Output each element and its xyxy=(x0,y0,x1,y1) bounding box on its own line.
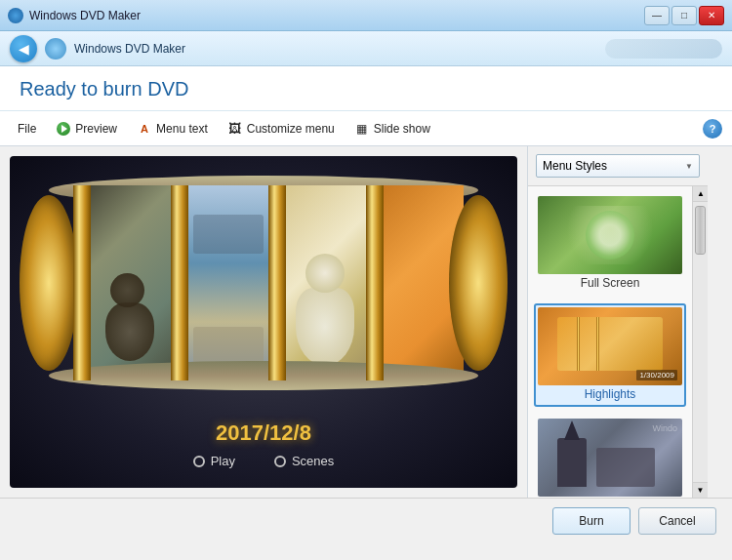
back-button[interactable]: ◀ xyxy=(10,35,37,62)
burn-button[interactable]: Burn xyxy=(552,507,630,535)
barrel-left xyxy=(20,195,78,371)
title-controls: — □ ✕ xyxy=(644,6,724,25)
dropdown-arrow-icon: ▼ xyxy=(685,162,693,171)
gold-strip-3 xyxy=(268,185,286,380)
app-icon xyxy=(8,8,23,23)
scenes-radio[interactable] xyxy=(274,456,286,467)
dvd-date: 2017/12/8 xyxy=(216,420,311,446)
title-left: Windows DVD Maker xyxy=(8,8,141,23)
dvd-icon xyxy=(45,38,66,60)
scrollbar-thumb[interactable] xyxy=(695,206,706,255)
style-thumbnail-highlights: 1/30/2009 xyxy=(538,307,682,385)
style-item-full-screen[interactable]: Full Screen xyxy=(534,192,686,296)
header-bar: Ready to burn DVD xyxy=(0,66,732,111)
styles-dropdown-bar: Menu Styles ▼ xyxy=(528,146,708,186)
play-control[interactable]: Play xyxy=(193,454,235,468)
preview-label: Preview xyxy=(75,122,117,136)
styles-list: Full Screen 1/30/2009 Highlights xyxy=(528,186,692,498)
scenes-label: Scenes xyxy=(292,454,334,468)
style-thumbnail-full-screen xyxy=(538,196,682,274)
styles-list-container: Full Screen 1/30/2009 Highlights xyxy=(528,186,708,498)
scenes-control[interactable]: Scenes xyxy=(274,454,334,468)
play-radio[interactable] xyxy=(193,456,205,467)
title-bar: Windows DVD Maker — □ ✕ xyxy=(0,0,732,31)
preview-button[interactable]: Preview xyxy=(48,118,125,140)
dvd-preview: 2017/12/8 Play Scenes xyxy=(10,156,517,488)
slideshow-icon: ▦ xyxy=(354,121,370,137)
gold-strip-1 xyxy=(73,185,91,380)
minimize-button[interactable]: — xyxy=(644,6,670,25)
app-title: Windows DVD Maker xyxy=(29,9,141,22)
barrel-container xyxy=(10,176,517,390)
styles-panel: Menu Styles ▼ Full Screen xyxy=(527,146,708,498)
styles-dropdown-label: Menu Styles xyxy=(543,159,607,173)
preview-area: 2017/12/8 Play Scenes xyxy=(0,146,527,498)
photo-panel-seal xyxy=(91,185,171,380)
cancel-button[interactable]: Cancel xyxy=(638,507,716,535)
maximize-button[interactable]: □ xyxy=(671,6,697,25)
customize-label: Customize menu xyxy=(247,122,335,136)
footer: Burn Cancel xyxy=(0,498,732,542)
slideshow-button[interactable]: ▦ Slide show xyxy=(346,118,438,140)
page-title: Ready to burn DVD xyxy=(20,78,712,100)
style-item-highlights[interactable]: 1/30/2009 Highlights xyxy=(534,303,686,407)
styles-dropdown[interactable]: Menu Styles ▼ xyxy=(536,154,700,178)
file-label: File xyxy=(18,122,36,136)
file-menu[interactable]: File xyxy=(10,119,44,139)
barrel xyxy=(20,185,508,380)
highlights-date-overlay: 1/30/2009 xyxy=(636,370,677,380)
toolbar: File Preview A Menu text 🖼 Customize men… xyxy=(0,111,732,146)
styles-scrollbar[interactable]: ▲ ▼ xyxy=(692,186,708,498)
main-content: 2017/12/8 Play Scenes Menu Styles ▼ xyxy=(0,146,732,498)
style-item-layers[interactable]: Windo Layers xyxy=(534,415,686,498)
barrel-right xyxy=(449,195,508,371)
play-label: Play xyxy=(211,454,235,468)
preview-icon xyxy=(56,121,71,137)
menu-text-button[interactable]: A Menu text xyxy=(129,118,216,140)
menu-text-icon: A xyxy=(137,121,152,137)
barrel-bottom xyxy=(49,361,478,390)
customize-menu-button[interactable]: 🖼 Customize menu xyxy=(220,118,343,140)
slideshow-label: Slide show xyxy=(374,122,430,136)
search-bar[interactable] xyxy=(605,39,722,59)
gold-strip-4 xyxy=(366,185,384,380)
style-label-full-screen: Full Screen xyxy=(538,274,682,292)
photo-panel-white-bird xyxy=(286,185,366,380)
photo-panel-birds xyxy=(188,185,268,380)
customize-icon: 🖼 xyxy=(227,121,243,137)
dvd-controls: Play Scenes xyxy=(193,454,335,468)
style-label-layers: Layers xyxy=(538,497,682,498)
scrollbar-down-button[interactable]: ▼ xyxy=(693,482,708,498)
close-button[interactable]: ✕ xyxy=(699,6,724,25)
help-button[interactable]: ? xyxy=(703,119,722,139)
menu-text-label: Menu text xyxy=(156,122,208,136)
dvd-bottom: 2017/12/8 Play Scenes xyxy=(10,420,517,468)
gold-strip-2 xyxy=(171,185,188,380)
nav-title: Windows DVD Maker xyxy=(74,42,185,56)
style-label-highlights: Highlights xyxy=(538,385,682,403)
scrollbar-up-button[interactable]: ▲ xyxy=(693,186,708,202)
style-thumbnail-layers: Windo xyxy=(538,419,682,497)
nav-bar: ◀ Windows DVD Maker xyxy=(0,31,732,66)
